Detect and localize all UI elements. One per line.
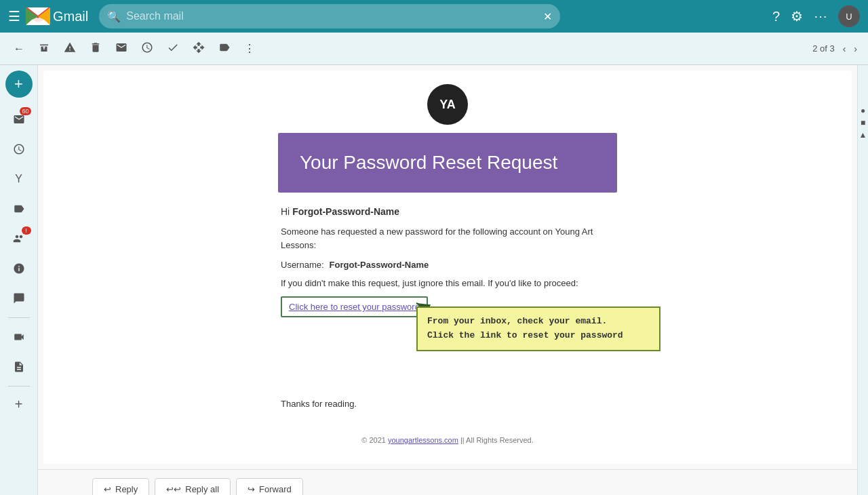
reply-all-label: Reply all — [185, 484, 219, 494]
sidebar-item-labels[interactable] — [5, 195, 33, 222]
reset-link-area: Click here to reset your password — [281, 296, 614, 317]
sidebar-item-snoozed[interactable] — [5, 136, 33, 163]
right-panel-icon-1[interactable]: ● — [861, 106, 865, 115]
back-button[interactable]: ← — [8, 39, 30, 59]
apps-icon[interactable]: ⋯ — [814, 8, 827, 24]
sidebar-item-video[interactable] — [5, 323, 33, 351]
email-body1: Someone has requested a new password for… — [281, 225, 614, 252]
archive-button[interactable] — [33, 37, 56, 60]
reply-icon: ↩ — [104, 484, 111, 494]
username-label: Username: — [281, 260, 324, 270]
footer-link[interactable]: youngartlessons.com — [388, 436, 458, 444]
user-avatar[interactable]: U — [838, 5, 860, 27]
email-body: YA Your Password Reset Request Hi Forgot… — [43, 71, 852, 458]
search-input[interactable] — [126, 10, 538, 22]
email-body2: If you didn't make this request, just ig… — [281, 278, 614, 288]
delete-button[interactable] — [84, 37, 107, 60]
sidebar-item-chat[interactable] — [5, 285, 33, 312]
footer-copy: © 2021 — [361, 436, 388, 444]
main-content: YA Your Password Reset Request Hi Forgot… — [38, 65, 857, 495]
sidebar-item-docs[interactable] — [5, 353, 33, 380]
search-icon: 🔍 — [107, 10, 121, 23]
snooze-button[interactable] — [136, 37, 159, 60]
toolbar: ← ⋮ 2 of 3 ‹ › — [0, 33, 868, 65]
right-panel-icon-2[interactable]: ■ — [861, 118, 865, 127]
sidebar-divider-2 — [8, 386, 30, 387]
more-button[interactable]: ⋮ — [239, 38, 260, 59]
sidebar: + 60 Y ! + — [0, 65, 38, 495]
prev-button[interactable]: ‹ — [840, 41, 849, 57]
email-container: YA Your Password Reset Request Hi Forgot… — [43, 71, 852, 464]
reply-toolbar: ↩ Reply ↩↩ Reply all ↪ Forward — [38, 469, 857, 495]
sidebar-item-inbox[interactable]: 60 — [5, 106, 33, 133]
help-icon[interactable]: ? — [772, 9, 780, 24]
reply-button[interactable]: ↩ Reply — [92, 478, 149, 495]
compose-button[interactable]: + — [5, 71, 33, 98]
forward-icon: ↪ — [248, 484, 255, 494]
right-panel-icon-3[interactable]: ▲ — [859, 130, 867, 140]
report-button[interactable] — [58, 37, 81, 60]
reply-all-button[interactable]: ↩↩ Reply all — [155, 478, 231, 495]
annotation-box: From your inbox, check your email. Click… — [416, 306, 660, 351]
sidebar-item-info[interactable] — [5, 255, 33, 282]
email-header-title: Your Password Reset Request — [300, 152, 595, 174]
main-layout: + 60 Y ! + — [0, 65, 868, 495]
reply-label: Reply — [115, 484, 138, 494]
forward-button[interactable]: ↪ Forward — [236, 478, 303, 495]
sidebar-add-button[interactable]: + — [7, 392, 31, 416]
search-bar[interactable]: 🔍 ✕ — [99, 4, 560, 28]
email-footer: © 2021 youngartlessons.com || All Rights… — [361, 436, 534, 444]
move-button[interactable] — [187, 37, 210, 60]
label-button[interactable] — [213, 37, 236, 60]
sidebar-divider — [8, 317, 30, 318]
right-panel: ● ■ ▲ — [857, 65, 868, 495]
gmail-topbar: ☰ Gmail 🔍 ✕ ? ⚙ ⋯ U — [0, 0, 868, 33]
email-thanks: Thanks for reading. — [281, 399, 614, 409]
sidebar-item-starred[interactable]: Y — [5, 165, 33, 193]
gmail-logo: Gmail — [26, 7, 88, 25]
footer-rights: || All Rights Reserved. — [458, 436, 534, 444]
gmail-logo-text: Gmail — [53, 9, 88, 24]
ya-logo: YA — [427, 84, 468, 125]
mark-button[interactable] — [110, 37, 133, 60]
username-row: Username: Forgot-Password-Name — [281, 260, 614, 270]
close-icon[interactable]: ✕ — [543, 10, 552, 23]
hamburger-icon[interactable]: ☰ — [8, 8, 20, 24]
greeting-name: Forgot-Password-Name — [292, 206, 399, 217]
email-greeting: Hi Forgot-Password-Name — [281, 206, 614, 217]
username-value: Forgot-Password-Name — [330, 260, 429, 270]
pagination-text: 2 of 3 — [812, 43, 835, 54]
annotation-line2: Click the link to reset your password — [427, 330, 623, 340]
settings-icon[interactable]: ⚙ — [791, 8, 803, 24]
next-button[interactable]: › — [851, 41, 860, 57]
reply-all-icon: ↩↩ — [166, 484, 181, 494]
email-text-section: Hi Forgot-Password-Name Someone has requ… — [278, 206, 617, 422]
inbox-badge: 60 — [20, 107, 31, 115]
email-header-banner: Your Password Reset Request — [278, 133, 617, 193]
annotation-line1: From your inbox, check your email. — [427, 316, 607, 326]
sidebar-item-people[interactable]: ! — [5, 225, 33, 252]
forward-label: Forward — [259, 484, 292, 494]
gmail-logo-icon — [26, 7, 50, 25]
topbar-right: ? ⚙ ⋯ U — [772, 5, 860, 27]
done-button[interactable] — [161, 37, 184, 60]
